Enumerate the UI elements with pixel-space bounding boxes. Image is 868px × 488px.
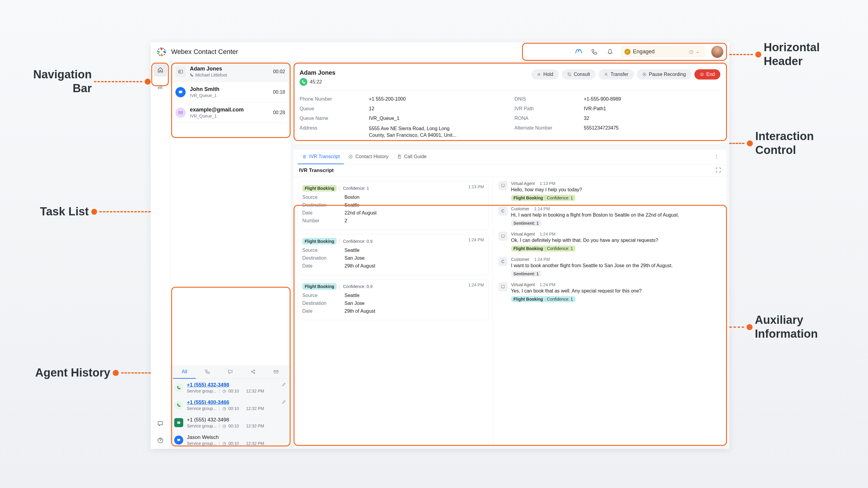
agent-status-dropdown[interactable]: ✓ Engaged ◷ ⌄ [621,46,705,57]
history-item[interactable]: +1 (555) 432-3498Service group...|◷00:10… [170,379,290,396]
kv-value: Seattle [344,202,360,208]
field-label: Alternate Number [515,125,575,139]
history-tab-social[interactable] [242,365,265,379]
msg-time: 1:24 PM [534,257,550,262]
svg-rect-13 [177,422,180,424]
annotation-header-label: Horizontal Header [764,41,820,68]
transfer-button[interactable]: Transfer [598,69,634,79]
history-item[interactable]: +1 (555) 400-3466Service group...|◷00:10… [170,396,290,414]
nav-chat[interactable] [154,417,167,430]
history-tab-all[interactable]: All [173,365,196,379]
conversation-message: Virtual Agent1:24 PMOk, I can definitely… [498,232,721,252]
history-time: 12:32 PM [246,424,264,428]
history-sub: Service group... [187,441,216,446]
history-tab-email[interactable] [265,365,287,379]
nav-analytics[interactable] [154,80,167,93]
ivr-card-time: 1:24 PM [468,237,484,242]
field-label: Address [300,125,360,139]
task-name: Adam Jones [190,66,269,72]
field-value: 5555 Ave NE Sierra Road, Long Long Count… [369,125,465,139]
conversation-message: Virtual Agent1:13 PMHello, how may I hel… [498,181,721,201]
field-label: IVR Path [515,106,575,111]
svg-rect-19 [501,235,504,237]
task-item-1[interactable]: John Smith IVR_Queue_1 00:18 [170,82,290,102]
end-button[interactable]: End [694,69,720,79]
history-sub: Service group... [187,406,216,411]
auxiliary-panel: IVR Transcript Contact History Call Guid… [293,150,726,446]
history-tab-chat[interactable] [219,365,242,379]
user-avatar[interactable] [711,46,723,58]
chat-icon [174,435,183,445]
kv-value: San Jose [344,255,365,261]
clock-icon: ◷ [222,406,226,411]
nav-home[interactable] [154,63,167,76]
kv-key: Source [302,195,336,200]
consult-button[interactable]: Consult [562,69,595,79]
history-item[interactable]: +1 (555) 432-3498Service group...|◷00:10… [170,414,290,431]
tab-ivr-transcript[interactable]: IVR Transcript [298,150,344,164]
ivr-card[interactable]: 1:13 PM Flight BookingConfidence: 1Sourc… [298,181,489,230]
field-label: RONA [515,116,575,121]
tab-contact-history[interactable]: Contact History [344,150,393,164]
chat-icon [176,87,186,97]
clock-icon: ◷ [222,441,226,446]
history-sub: Service group... [187,389,216,393]
history-item[interactable]: Jason WelschService group...|◷00:10 12:3… [170,431,290,449]
kv-key: Destination [302,301,336,306]
virtual-agent-avatar-icon [498,232,507,241]
msg-text: Ok, I can definitely help with that. Do … [511,238,721,243]
history-tab-phone[interactable] [196,365,219,379]
pause-recording-button[interactable]: Pause Recording [637,69,691,79]
intent-pill: Flight Booking [302,238,337,245]
kebab-menu-icon[interactable]: ⋮ [711,151,722,163]
history-time: 12:32 PM [246,406,264,411]
app-window: Webex Contact Center ✓ Engaged ◷ ⌄ [151,42,730,449]
task-name: example@gmail.com [190,107,269,113]
history-item-title[interactable]: +1 (555) 432-3498 [187,382,278,388]
history-dur: 00:10 [228,441,239,446]
svg-rect-6 [179,70,183,73]
svg-point-4 [161,54,162,56]
kv-key: Destination [302,202,336,208]
annotation-aux-label: Auxiliary Information [755,313,820,341]
bell-icon[interactable] [605,47,615,57]
field-value: IVR-Path1 [584,106,720,111]
edit-icon[interactable] [281,399,286,404]
svg-point-15 [643,73,646,76]
phone-icon[interactable] [590,47,599,57]
task-sub: IVR_Queue_1 [190,113,217,119]
svg-point-1 [161,48,162,50]
kv-value: Seattle [344,248,360,253]
field-value: +1-555-900-8989 [584,96,720,102]
field-label: Phone Number [300,96,360,102]
field-value: +1 555-200-1000 [369,96,505,102]
webex-icon[interactable] [574,47,584,57]
chevron-down-icon: ⌄ [696,50,699,54]
svg-rect-12 [274,370,278,373]
msg-time: 1:24 PM [540,282,555,287]
history-sub: Service group... [187,424,216,428]
task-item-2[interactable]: example@gmail.com IVR_Queue_1 00:28 [170,102,290,123]
history-item-title[interactable]: +1 (555) 400-3466 [187,399,278,405]
svg-point-3 [158,51,160,53]
nav-help[interactable] [154,434,167,447]
history-time: 12:32 PM [246,441,264,446]
hold-button[interactable]: Hold [531,69,559,79]
email-icon [176,107,186,118]
edit-icon[interactable] [281,382,286,387]
webex-logo-icon [157,47,166,57]
tab-call-guide[interactable]: Call Guide [393,150,431,164]
ivr-card[interactable]: 1:24 PM Flight BookingConfidence: 0.9Sou… [298,279,489,320]
svg-rect-18 [501,184,504,187]
field-value: 12 [369,106,505,111]
expand-icon[interactable]: ⛶ [716,167,721,173]
virtual-agent-avatar-icon [498,181,507,190]
msg-time: 1:24 PM [540,232,555,236]
section-title: IVR Transcript [299,167,334,173]
ivr-card[interactable]: 1:24 PM Flight BookingConfidence: 0.9Sou… [298,234,489,275]
task-item-0[interactable]: Adam Jones Michael Littlefoot 00:02 [170,61,290,82]
msg-text: I want to book another flight from Seatt… [511,263,721,268]
msg-sender: Customer [511,206,530,211]
annotation-interaction-label: Interaction Control [755,130,818,157]
clock-icon: ◷ [689,49,693,55]
